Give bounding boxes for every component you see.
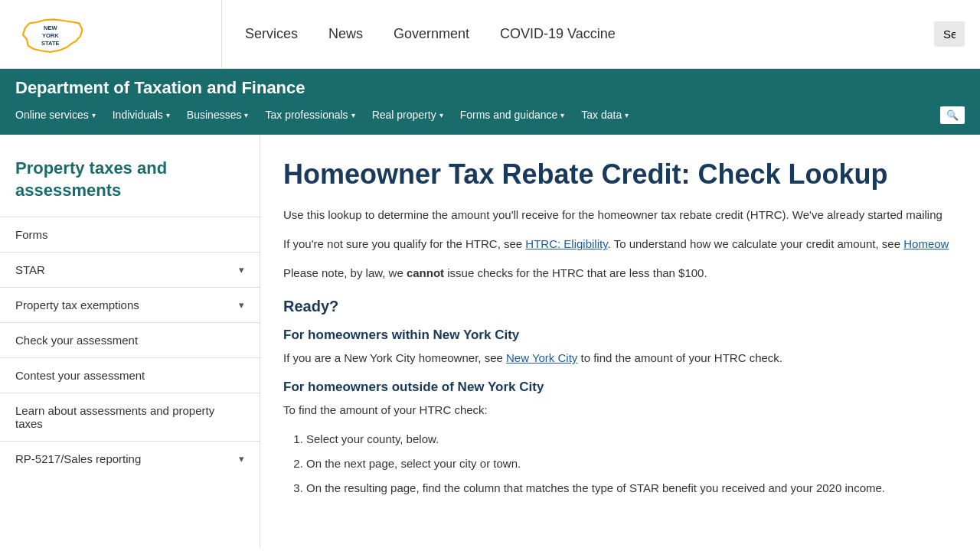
nyc-heading: For homeowners within New York City	[283, 328, 957, 343]
sidebar-item-contest-assessment[interactable]: Contest your assessment	[0, 357, 260, 393]
sidebar-item-learn[interactable]: Learn about assessments and property tax…	[0, 393, 260, 441]
steps-list: Select your county, below. On the next p…	[306, 430, 957, 497]
chevron-down-icon: ▾	[166, 111, 170, 119]
main-content: Homeowner Tax Rebate Credit: Check Looku…	[260, 135, 980, 548]
department-title: Department of Taxation and Finance	[15, 78, 965, 98]
list-item: Select your county, below.	[306, 430, 957, 448]
sidebar-item-exemptions[interactable]: Property tax exemptions ▾	[0, 287, 260, 322]
top-navigation: NEW YORK STATE Services News Government …	[0, 0, 980, 69]
ny-state-logo: NEW YORK STATE	[15, 8, 92, 61]
sidebar-item-forms[interactable]: Forms	[0, 217, 260, 252]
htrc-eligibility-link[interactable]: HTRC: Eligibility	[525, 237, 607, 250]
dept-nav-real-property[interactable]: Real property ▾	[372, 104, 454, 126]
intro-paragraph-3: Please note, by law, we cannot issue che…	[283, 264, 957, 282]
svg-text:NEW: NEW	[44, 24, 57, 31]
main-nav-links: Services News Government COVID-19 Vaccin…	[222, 26, 934, 42]
chevron-down-icon: ▾	[560, 111, 564, 119]
chevron-down-icon: ▾	[351, 111, 355, 119]
dept-nav-online-services[interactable]: Online services ▾	[15, 104, 106, 126]
logo-area: NEW YORK STATE	[15, 0, 222, 68]
dept-nav-forms-guidance[interactable]: Forms and guidance ▾	[460, 104, 576, 126]
sidebar-item-check-assessment[interactable]: Check your assessment	[0, 322, 260, 357]
svg-text:STATE: STATE	[41, 39, 59, 46]
dept-nav-individuals[interactable]: Individuals ▾	[113, 104, 181, 126]
main-layout: Property taxes and assessments Forms STA…	[0, 135, 980, 548]
nav-news[interactable]: News	[328, 26, 363, 42]
outside-nyc-heading: For homeowners outside of New York City	[283, 380, 957, 395]
chevron-down-icon: ▾	[239, 453, 244, 465]
page-title: Homeowner Tax Rebate Credit: Check Looku…	[283, 158, 957, 191]
sidebar-item-star[interactable]: STAR ▾	[0, 252, 260, 287]
chevron-down-icon: ▾	[625, 111, 629, 119]
list-item: On the resulting page, find the column t…	[306, 479, 957, 497]
chevron-down-icon: ▾	[439, 111, 443, 119]
dept-nav-tax-data[interactable]: Tax data ▾	[581, 104, 639, 126]
intro-paragraph-2: If you're not sure you qualify for the H…	[283, 235, 957, 253]
nav-covid[interactable]: COVID-19 Vaccine	[500, 26, 616, 42]
nav-services[interactable]: Services	[245, 26, 298, 42]
sidebar-item-rp5217[interactable]: RP-5217/Sales reporting ▾	[0, 441, 260, 476]
intro-paragraph-1: Use this lookup to determine the amount …	[283, 206, 957, 224]
department-nav: Online services ▾ Individuals ▾ Business…	[15, 104, 965, 126]
chevron-down-icon: ▾	[239, 299, 244, 311]
ready-heading: Ready?	[283, 298, 957, 315]
nav-government[interactable]: Government	[394, 26, 469, 42]
new-york-city-link[interactable]: New York City	[506, 351, 577, 364]
outside-nyc-paragraph: To find the amount of your HTRC check:	[283, 401, 957, 419]
chevron-down-icon: ▾	[92, 111, 96, 119]
list-item: On the next page, select your city or to…	[306, 455, 957, 473]
dept-nav-businesses[interactable]: Businesses ▾	[187, 104, 260, 126]
chevron-down-icon: ▾	[244, 111, 248, 119]
department-header: Department of Taxation and Finance Onlin…	[0, 69, 980, 135]
nyc-paragraph: If you are a New York City homeowner, se…	[283, 349, 957, 367]
sidebar: Property taxes and assessments Forms STA…	[0, 135, 260, 548]
svg-text:YORK: YORK	[42, 31, 59, 38]
top-search-input[interactable]	[934, 21, 965, 47]
sidebar-title: Property taxes and assessments	[0, 150, 260, 217]
chevron-down-icon: ▾	[239, 264, 244, 276]
dept-search-icon[interactable]: 🔍	[940, 106, 965, 124]
dept-nav-tax-professionals[interactable]: Tax professionals ▾	[265, 104, 365, 126]
homeowner-calc-link[interactable]: Homeow	[903, 237, 949, 250]
